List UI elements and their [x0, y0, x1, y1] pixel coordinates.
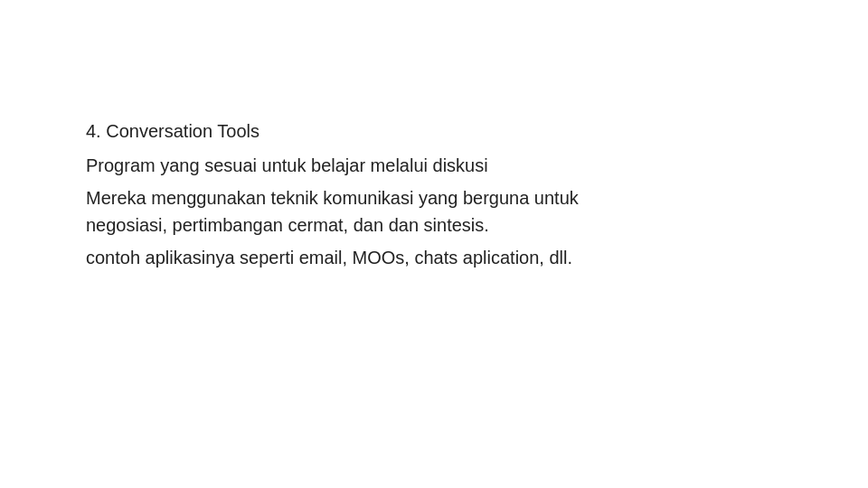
slide-title: 4. Conversation Tools [86, 117, 782, 145]
slide-container: 4. Conversation Tools Program yang sesua… [0, 0, 868, 488]
slide-line2: Mereka menggunakan teknik komunikasi yan… [86, 184, 773, 239]
slide-line1: Program yang sesuai untuk belajar melalu… [86, 152, 782, 179]
slide-line2-part1: Mereka menggunakan teknik komunikasi yan… [86, 188, 579, 208]
slide-line2-part2: negosiasi, pertimbangan cermat, dan dan … [86, 215, 489, 235]
content-block: 4. Conversation Tools Program yang sesua… [86, 117, 782, 271]
slide-line3: contoh aplikasinya seperti email, MOOs, … [86, 244, 782, 271]
